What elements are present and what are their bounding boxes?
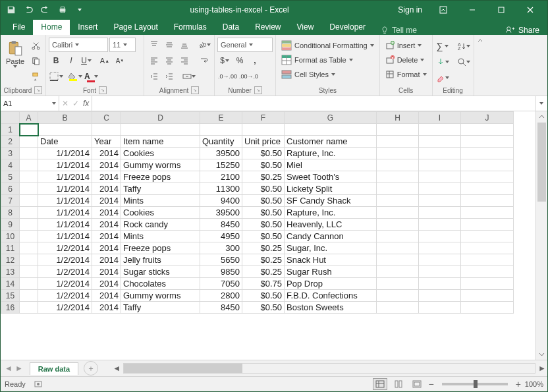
alignment-dialog-icon[interactable]: ↘	[191, 86, 199, 94]
cell-G6[interactable]: Lickety Split	[285, 183, 377, 195]
cell-E3[interactable]: 39500	[200, 148, 242, 159]
row-header-12[interactable]: 12	[1, 254, 20, 266]
cell-H3[interactable]	[377, 148, 419, 159]
tab-formulas[interactable]: Formulas	[166, 20, 215, 35]
zoom-in-icon[interactable]: +	[516, 379, 521, 389]
delete-cells-button[interactable]: Delete	[383, 53, 429, 67]
tab-data[interactable]: Data	[215, 20, 247, 35]
cell-C10[interactable]: 2014	[92, 231, 121, 242]
cell-H12[interactable]	[377, 254, 419, 266]
cell-D3[interactable]: Cookies	[121, 148, 200, 159]
scroll-up-icon[interactable]	[536, 111, 547, 123]
cell-E10[interactable]: 4950	[200, 231, 242, 242]
col-header-E[interactable]: E	[200, 112, 242, 124]
copy-icon[interactable]	[28, 53, 43, 68]
normal-view-icon[interactable]	[373, 378, 387, 390]
scroll-left-icon[interactable]: ◄	[111, 363, 122, 374]
cell-C12[interactable]: 2014	[92, 254, 121, 266]
cell-D11[interactable]: Freeze pops	[121, 242, 200, 254]
cell-B6[interactable]: 1/1/2014	[38, 183, 92, 195]
cell-F4[interactable]: $0.50	[242, 159, 285, 171]
cell-A3[interactable]	[20, 148, 38, 159]
increase-decimal-icon[interactable]: .0→.00	[217, 69, 238, 84]
font-name-combo[interactable]: Calibri	[49, 38, 108, 52]
scroll-down-icon[interactable]	[536, 349, 547, 360]
cell-H7[interactable]	[377, 195, 419, 207]
row-header-13[interactable]: 13	[1, 266, 20, 278]
cell-J1[interactable]	[461, 124, 514, 136]
select-all-corner[interactable]	[1, 112, 20, 124]
cell-F14[interactable]: $0.75	[242, 278, 285, 290]
new-sheet-button[interactable]: ＋	[84, 361, 98, 376]
wrap-text-icon[interactable]	[197, 53, 211, 68]
cell-G2[interactable]: Customer name	[285, 136, 377, 148]
cell-J7[interactable]	[461, 195, 514, 207]
undo-icon[interactable]	[20, 3, 36, 17]
cell-J8[interactable]	[461, 207, 514, 219]
find-select-icon[interactable]	[456, 55, 471, 69]
align-right-icon[interactable]	[177, 53, 192, 68]
col-header-J[interactable]: J	[461, 112, 514, 124]
cell-D4[interactable]: Gummy worms	[121, 159, 200, 171]
cell-H14[interactable]	[377, 278, 419, 290]
cell-D1[interactable]	[121, 124, 200, 136]
cell-F12[interactable]: $0.25	[242, 254, 285, 266]
col-header-H[interactable]: H	[377, 112, 419, 124]
tab-developer[interactable]: Developer	[321, 20, 373, 35]
clear-icon[interactable]	[435, 70, 450, 85]
cell-C15[interactable]: 2014	[92, 290, 121, 302]
cell-F8[interactable]: $0.50	[242, 207, 285, 219]
tab-scroll-right-icon[interactable]: ►	[15, 364, 23, 373]
name-box[interactable]: A1	[1, 96, 59, 111]
row-header-7[interactable]: 7	[1, 195, 20, 207]
sheet-tab-raw-data[interactable]: Raw data	[30, 362, 78, 375]
cell-B10[interactable]: 1/1/2014	[38, 231, 92, 242]
col-header-F[interactable]: F	[242, 112, 285, 124]
cell-F3[interactable]: $0.50	[242, 148, 285, 159]
cell-I7[interactable]	[419, 195, 461, 207]
zoom-level[interactable]: 100%	[525, 380, 543, 388]
number-dialog-icon[interactable]: ↘	[254, 86, 262, 94]
cell-G13[interactable]: Sugar Rush	[285, 266, 377, 278]
cell-C6[interactable]: 2014	[92, 183, 121, 195]
cell-B1[interactable]	[38, 124, 92, 136]
cell-E4[interactable]: 15250	[200, 159, 242, 171]
horizontal-scrollbar[interactable]: ◄ ►	[111, 363, 547, 374]
cell-B13[interactable]: 1/2/2014	[38, 266, 92, 278]
cell-J11[interactable]	[461, 242, 514, 254]
format-as-table-button[interactable]: Format as Table	[279, 53, 377, 67]
collapse-ribbon-icon[interactable]	[474, 35, 486, 96]
cell-G1[interactable]	[285, 124, 377, 136]
cell-J4[interactable]	[461, 159, 514, 171]
cell-B2[interactable]: Date	[38, 136, 92, 148]
col-header-D[interactable]: D	[121, 112, 200, 124]
cell-G9[interactable]: Heavenly, LLC	[285, 219, 377, 231]
zoom-out-icon[interactable]: −	[428, 379, 433, 389]
cell-C13[interactable]: 2014	[92, 266, 121, 278]
cell-F5[interactable]: $0.25	[242, 171, 285, 183]
vertical-scrollbar[interactable]	[535, 111, 547, 360]
cell-J16[interactable]	[461, 302, 514, 314]
cell-A11[interactable]	[20, 242, 38, 254]
cell-I6[interactable]	[419, 183, 461, 195]
cell-A1[interactable]	[20, 124, 38, 136]
cell-I10[interactable]	[419, 231, 461, 242]
expand-formula-bar-icon[interactable]	[535, 96, 547, 111]
tab-review[interactable]: Review	[247, 20, 288, 35]
cell-J6[interactable]	[461, 183, 514, 195]
cell-H9[interactable]	[377, 219, 419, 231]
row-header-15[interactable]: 15	[1, 290, 20, 302]
cell-E13[interactable]: 9850	[200, 266, 242, 278]
cell-D8[interactable]: Cookies	[121, 207, 200, 219]
enter-formula-icon[interactable]: ✓	[72, 99, 79, 108]
cell-A5[interactable]	[20, 171, 38, 183]
cell-C5[interactable]: 2014	[92, 171, 121, 183]
cell-A16[interactable]	[20, 302, 38, 314]
col-header-A[interactable]: A	[20, 112, 38, 124]
col-header-I[interactable]: I	[419, 112, 461, 124]
cell-A13[interactable]	[20, 266, 38, 278]
cell-B14[interactable]: 1/2/2014	[38, 278, 92, 290]
cell-B5[interactable]: 1/1/2014	[38, 171, 92, 183]
tell-me[interactable]: Tell me	[373, 26, 424, 35]
cell-E5[interactable]: 2100	[200, 171, 242, 183]
